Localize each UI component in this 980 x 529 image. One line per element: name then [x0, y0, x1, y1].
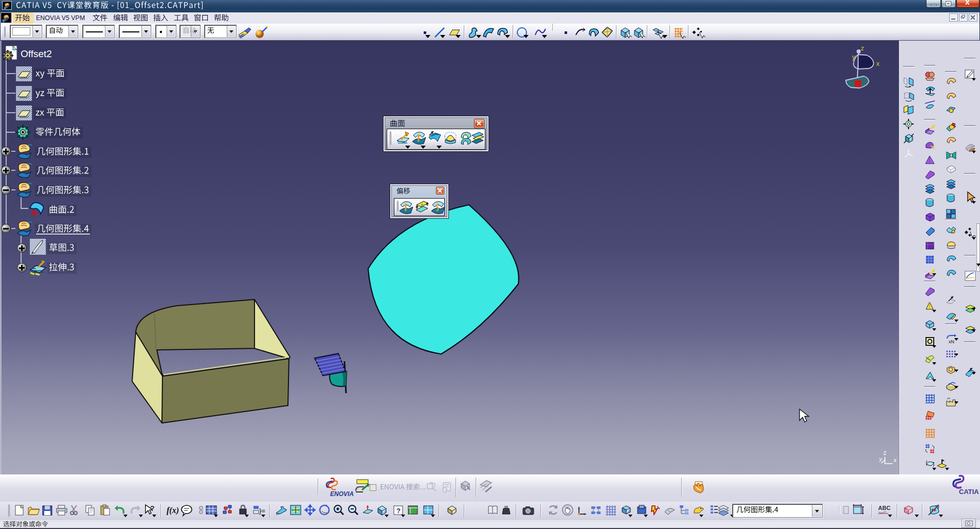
- svg-text:y: y: [852, 53, 856, 61]
- svg-text:?: ?: [396, 507, 401, 515]
- svg-text:x: x: [876, 60, 880, 67]
- svg-text:f(x): f(x): [167, 506, 179, 515]
- svg-text:CATIA: CATIA: [959, 488, 979, 496]
- svg-text:?: ?: [150, 504, 155, 513]
- svg-text:z: z: [861, 44, 864, 52]
- svg-text:}=: }=: [259, 507, 265, 515]
- svg-text:y: y: [879, 456, 883, 462]
- svg-text:z: z: [883, 449, 886, 456]
- svg-text:ENOVIA: ENOVIA: [330, 490, 354, 498]
- svg-text:xN: xN: [949, 339, 954, 344]
- svg-text:ABC: ABC: [878, 505, 891, 511]
- svg-text:x: x: [894, 457, 897, 463]
